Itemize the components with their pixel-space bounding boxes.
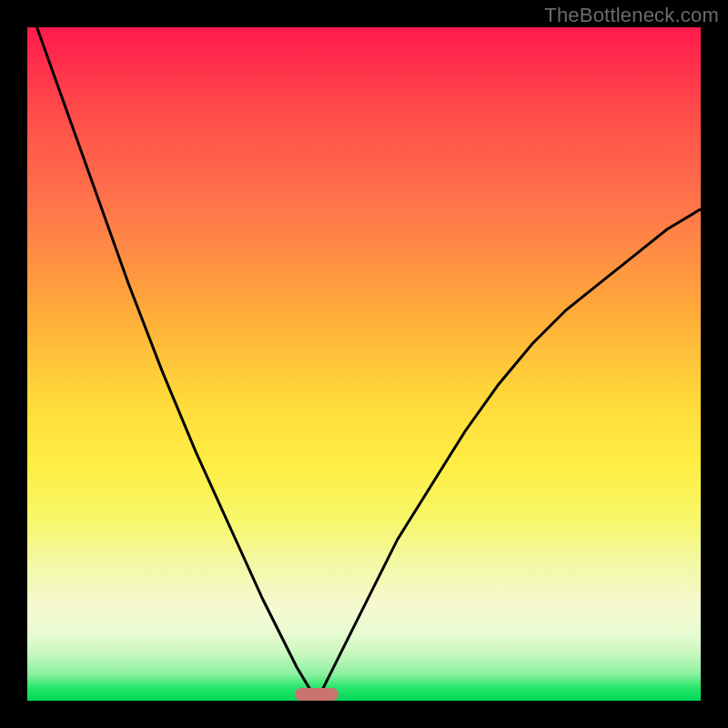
right-branch-path <box>317 209 701 701</box>
optimal-marker <box>295 688 339 701</box>
left-branch-path <box>27 27 317 701</box>
watermark-label: TheBottleneck.com <box>544 4 719 27</box>
plot-area <box>27 27 701 701</box>
curve-svg <box>27 27 701 701</box>
